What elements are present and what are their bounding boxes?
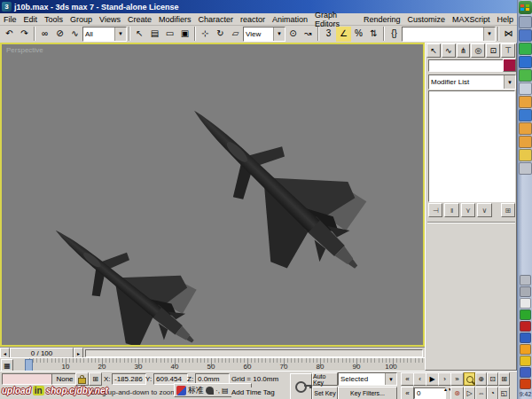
tab-display-icon[interactable]: ⊡ (486, 43, 500, 58)
chevron-down-icon[interactable]: ▼ (385, 373, 396, 385)
play-animation-icon[interactable]: ▶ (426, 372, 439, 386)
tray-red-icon[interactable] (520, 321, 531, 332)
tray-gg-icon[interactable] (520, 298, 531, 309)
angle-snap-toggle-icon[interactable]: ∠ (336, 27, 351, 42)
menu-tools[interactable]: Tools (41, 15, 66, 24)
taskbar-icon-app-gray[interactable] (519, 16, 532, 28)
track-bar[interactable]: ▦ 10 20 30 40 50 60 70 80 90 100 (0, 357, 425, 372)
tab-modify-icon[interactable]: ∿ (442, 43, 456, 58)
pan-view-icon[interactable]: ⇔ (475, 387, 487, 399)
tray-shield-icon[interactable] (520, 379, 531, 389)
chevron-down-icon[interactable]: ▼ (273, 27, 285, 41)
key-filters-button[interactable]: Key Filters... (338, 387, 397, 399)
menu-character[interactable]: Character (194, 15, 237, 24)
taskbar-icon-messenger[interactable] (519, 29, 532, 42)
percent-snap-icon[interactable]: % (351, 27, 366, 42)
remove-modifier-icon[interactable]: ∨ (477, 203, 491, 217)
tray-green-icon[interactable] (520, 309, 531, 320)
spinner-snap-icon[interactable]: ⇅ (366, 27, 381, 42)
mini-curve-editor-icon[interactable]: ▦ (1, 359, 13, 372)
current-frame-field[interactable]: 0 (414, 387, 446, 399)
menu-maxscript[interactable]: MAXScript (449, 15, 494, 24)
taskbar-icon-app-green[interactable] (519, 69, 532, 82)
viewport-label[interactable]: Perspective (6, 46, 43, 54)
go-to-start-icon[interactable]: « (401, 372, 414, 386)
taskbar-window-image-1[interactable] (519, 96, 532, 108)
menu-help[interactable]: Help (493, 15, 517, 24)
add-time-tag[interactable]: Add Time Tag (231, 387, 286, 397)
ime-punctuation-icon[interactable]: ·, (215, 387, 220, 395)
tray-lock-icon[interactable] (520, 356, 531, 366)
object-name-field[interactable] (428, 59, 505, 72)
zoom-all-icon[interactable]: ⊕ (475, 372, 487, 386)
named-selection-dropdown[interactable]: ▼ (402, 27, 496, 42)
jet-model-small[interactable] (22, 189, 230, 347)
zoom-extents-icon[interactable]: ⊡ (487, 372, 498, 386)
select-and-scale-icon[interactable]: ▱ (228, 27, 243, 42)
taskbar-window-image-3[interactable] (519, 136, 532, 148)
taskbar-window-folder[interactable] (519, 149, 532, 161)
arc-rotate-icon[interactable]: ◔ (487, 387, 498, 399)
zoom-extents-all-icon[interactable]: ⊞ (498, 372, 510, 386)
object-color-swatch[interactable] (503, 59, 516, 72)
perspective-viewport[interactable]: Perspective (0, 43, 425, 347)
title-bar[interactable]: 3 j10b.max - 3ds max 7 - Stand-alone Lic… (0, 0, 517, 13)
taskbar-window-printer[interactable] (519, 162, 532, 175)
ime-logo-icon[interactable] (176, 386, 186, 395)
tray-globe-icon[interactable] (520, 332, 531, 343)
menu-animation[interactable]: Animation (269, 15, 311, 24)
named-selection-sets-icon[interactable]: {} (387, 27, 402, 42)
select-and-link-icon[interactable]: ∞ (37, 27, 52, 42)
reference-coordinate-dropdown[interactable]: View ▼ (243, 27, 286, 42)
tab-utilities-icon[interactable]: ⊤ (501, 43, 515, 58)
taskbar-window-active[interactable] (519, 109, 532, 121)
tray-gray-icon[interactable] (520, 286, 531, 297)
key-mode-toggle-icon[interactable]: « (401, 387, 414, 399)
chevron-down-icon[interactable]: ▼ (504, 75, 515, 89)
x-coordinate-field[interactable]: -185.286 (112, 373, 146, 385)
time-configuration-icon[interactable]: ⊛ (450, 387, 464, 399)
auto-key-button[interactable]: Auto Key (312, 372, 338, 386)
menu-modifiers[interactable]: Modifiers (155, 15, 195, 24)
previous-frame-icon[interactable]: ‹ (413, 372, 426, 386)
taskbar-icon-internet[interactable] (519, 56, 532, 68)
time-slider-track[interactable] (85, 349, 423, 357)
select-object-icon[interactable]: ↖ (132, 27, 147, 42)
ime-mode-label[interactable]: 标准 (188, 385, 204, 396)
tab-hierarchy-icon[interactable]: ⋔ (457, 43, 471, 58)
use-pivot-center-icon[interactable]: ⊙ (286, 27, 301, 42)
start-button[interactable] (519, 1, 532, 14)
taskbar-window-image-2[interactable] (519, 122, 532, 135)
selected-dropdown[interactable]: Selected ▼ (338, 372, 397, 386)
rectangular-selection-region-icon[interactable]: ▭ (162, 27, 177, 42)
unlink-selection-icon[interactable]: ⊘ (52, 27, 67, 42)
zoom-tool-icon[interactable] (464, 372, 475, 386)
redo-icon[interactable]: ↷ (17, 27, 32, 42)
field-of-view-icon[interactable]: ▷ (464, 387, 475, 399)
ime-pen-icon[interactable] (206, 387, 214, 395)
menu-customize[interactable]: Customize (403, 15, 449, 24)
make-unique-icon[interactable]: ⋎ (461, 203, 475, 217)
go-to-end-icon[interactable]: » (450, 372, 464, 386)
chevron-down-icon[interactable]: ▼ (114, 27, 126, 41)
menu-edit[interactable]: Edit (20, 15, 42, 24)
select-and-manipulate-icon[interactable]: ↝ (301, 27, 316, 42)
show-end-result-icon[interactable]: ‖ (444, 203, 458, 217)
menu-rendering[interactable]: Rendering (360, 15, 404, 24)
select-and-rotate-icon[interactable]: ↻ (213, 27, 228, 42)
menu-reactor[interactable]: reactor (237, 15, 269, 24)
tab-motion-icon[interactable]: ◎ (471, 43, 485, 58)
chevron-down-icon[interactable]: ▼ (483, 27, 495, 41)
menu-create[interactable]: Create (124, 15, 155, 24)
tray-eject-icon[interactable] (520, 275, 531, 286)
configure-modifier-sets-icon[interactable]: ⊞ (501, 203, 515, 217)
frame-spinner[interactable]: ▲▼ (443, 387, 450, 397)
next-frame-icon[interactable]: › (438, 372, 451, 386)
current-frame-marker[interactable] (25, 359, 33, 372)
ime-keyboard-icon[interactable]: ▤ (222, 387, 229, 395)
snap-toggle-3d-icon[interactable]: 3 (321, 27, 336, 42)
window-crossing-icon[interactable]: ▣ (177, 27, 192, 42)
pin-stack-icon[interactable]: ⊣ (428, 203, 442, 217)
mirror-icon[interactable]: ⋈ (501, 27, 516, 42)
menu-views[interactable]: Views (96, 15, 124, 24)
